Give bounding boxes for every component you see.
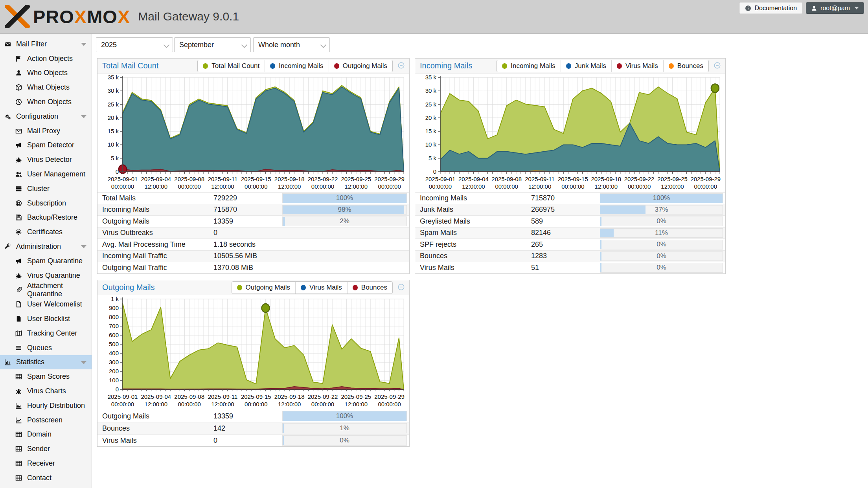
- brand: PROXMOX Mail Gateway 9.0.1: [5, 5, 239, 28]
- sidebar-item-cluster[interactable]: Cluster: [0, 182, 92, 196]
- sidebar-item-label: Who Objects: [27, 69, 68, 77]
- legend-item[interactable]: Bounces: [663, 60, 708, 72]
- sidebar-item-configuration[interactable]: Configuration: [0, 109, 92, 124]
- legend-dot-icon: [301, 285, 306, 290]
- sidebar-item-sender[interactable]: Sender: [0, 442, 92, 456]
- sidebar-item-label: Virus Detector: [27, 156, 72, 164]
- percent-bar: 0%: [600, 263, 723, 273]
- sidebar-item-user-management[interactable]: User Management: [0, 167, 92, 182]
- table-row-label: Incoming Mail Traffic: [97, 252, 213, 260]
- incoming-mails-panel: Incoming Mails Incoming MailsJunk MailsV…: [415, 58, 726, 274]
- legend-item[interactable]: Virus Mails: [295, 282, 347, 294]
- seal-icon: [15, 229, 22, 235]
- svg-text:0: 0: [116, 168, 119, 175]
- table-row: Outgoing Mails13359100%: [97, 410, 409, 422]
- percent-label: 100%: [283, 411, 406, 421]
- legend-dot-icon: [669, 63, 674, 69]
- legend-dot-icon: [237, 285, 242, 290]
- sidebar-item-virus-quarantine[interactable]: Virus Quarantine: [0, 268, 92, 283]
- sidebar-item-when-objects[interactable]: When Objects: [0, 95, 92, 109]
- legend-item[interactable]: Virus Mails: [611, 60, 663, 72]
- table-row-label: Outgoing Mails: [97, 412, 213, 420]
- sidebar-item-administration[interactable]: Administration: [0, 239, 92, 254]
- lifering-icon: [15, 200, 22, 207]
- svg-text:00:00:00: 00:00:00: [628, 183, 651, 190]
- svg-text:00:00:00: 00:00:00: [311, 401, 334, 407]
- table-row: Avg. Mail Processing Time1.18 seconds: [97, 238, 409, 250]
- sidebar-item-label: Tracking Center: [27, 329, 77, 338]
- percent-bar: 98%: [282, 205, 407, 215]
- legend-label: Incoming Mails: [279, 62, 323, 70]
- legend-item[interactable]: Outgoing Mails: [329, 60, 392, 72]
- user-menu-button[interactable]: root@pam: [806, 2, 864, 14]
- sidebar-item-label: When Objects: [27, 98, 72, 106]
- sidebar-item-spam-detector[interactable]: Spam Detector: [0, 138, 92, 153]
- month-select[interactable]: September: [174, 37, 251, 52]
- legend-label: Virus Mails: [625, 62, 658, 70]
- barchart-icon: [4, 359, 11, 365]
- table-row-value: 0: [213, 437, 280, 445]
- collapse-panel-button[interactable]: [395, 282, 406, 293]
- legend-item[interactable]: Outgoing Mails: [232, 282, 295, 294]
- svg-text:00:00:00: 00:00:00: [111, 183, 134, 190]
- svg-text:00:00:00: 00:00:00: [378, 401, 401, 407]
- svg-text:2025-09-22: 2025-09-22: [624, 176, 655, 182]
- legend-item[interactable]: Bounces: [347, 282, 392, 294]
- sidebar-item-mail-proxy[interactable]: Mail Proxy: [0, 124, 92, 138]
- svg-text:2025-09-29: 2025-09-29: [690, 176, 721, 182]
- svg-text:20 k: 20 k: [108, 114, 119, 121]
- table-row-value: 265: [531, 240, 598, 249]
- svg-text:2025-09-11: 2025-09-11: [525, 176, 555, 182]
- svg-text:1 k: 1 k: [111, 295, 119, 302]
- person-icon: [811, 5, 817, 11]
- table-row-label: Virus Mails: [97, 437, 213, 445]
- table-row: Virus Mails00%: [97, 434, 409, 446]
- sidebar-item-subscription[interactable]: Subscription: [0, 196, 92, 211]
- total-mail-count-panel: Total Mail Count Total Mail CountIncomin…: [97, 58, 410, 274]
- collapse-panel-button[interactable]: [395, 61, 406, 72]
- legend-item[interactable]: Incoming Mails: [265, 60, 328, 72]
- svg-text:12:00:00: 12:00:00: [528, 183, 551, 190]
- svg-text:2025-09-22: 2025-09-22: [308, 176, 338, 182]
- floppy-icon: [15, 214, 22, 221]
- sidebar-item-user-welcomelist[interactable]: User Welcomelist: [0, 297, 92, 312]
- collapse-panel-button[interactable]: [712, 61, 723, 72]
- legend-label: Outgoing Mails: [343, 62, 387, 70]
- documentation-button[interactable]: Documentation: [739, 2, 802, 14]
- sidebar-item-receiver[interactable]: Receiver: [0, 456, 92, 471]
- sidebar-item-what-objects[interactable]: What Objects: [0, 80, 92, 95]
- sidebar-item-label: User Management: [27, 170, 85, 178]
- year-select[interactable]: 2025: [96, 37, 173, 52]
- sidebar-item-contact[interactable]: Contact: [0, 471, 92, 485]
- sidebar-item-label: What Objects: [27, 83, 70, 92]
- sidebar-item-statistics[interactable]: Statistics: [0, 355, 92, 370]
- percent-bar: 2%: [282, 216, 407, 226]
- sidebar-item-postscreen[interactable]: Postscreen: [0, 413, 92, 427]
- legend-item[interactable]: Incoming Mails: [497, 60, 560, 72]
- sidebar-item-who-objects[interactable]: Who Objects: [0, 66, 92, 81]
- sidebar-item-queues[interactable]: Queues: [0, 341, 92, 355]
- range-select[interactable]: Whole month: [253, 37, 330, 52]
- megaphone-icon: [15, 142, 22, 149]
- sidebar-item-spam-scores[interactable]: Spam Scores: [0, 369, 92, 384]
- sidebar-item-action-objects[interactable]: Action Objects: [0, 51, 92, 66]
- sidebar-item-hourly-distribution[interactable]: Hourly Distribution: [0, 398, 92, 413]
- legend-item[interactable]: Total Mail Count: [198, 60, 265, 72]
- percent-label: 0%: [600, 263, 723, 272]
- sidebar-item-spam-quarantine[interactable]: Spam Quarantine: [0, 254, 92, 268]
- sidebar-item-virus-detector[interactable]: Virus Detector: [0, 152, 92, 167]
- sidebar-item-label: Configuration: [16, 112, 58, 121]
- sidebar-item-user-blocklist[interactable]: User Blocklist: [0, 312, 92, 326]
- legend-item[interactable]: Junk Mails: [561, 60, 611, 72]
- sidebar-item-attachment-quarantine[interactable]: Attachment Quarantine: [0, 283, 92, 297]
- sidebar-item-certificates[interactable]: Certificates: [0, 225, 92, 239]
- sidebar-item-mail-filter[interactable]: Mail Filter: [0, 37, 92, 51]
- legend-dot-icon: [566, 63, 571, 69]
- sidebar-item-label: Spam Detector: [27, 141, 74, 149]
- sidebar-item-domain[interactable]: Domain: [0, 427, 92, 442]
- sidebar-item-tracking-center[interactable]: Tracking Center: [0, 326, 92, 341]
- table-row-label: Spam Mails: [415, 229, 531, 237]
- sidebar-item-backup-restore[interactable]: Backup/Restore: [0, 211, 92, 225]
- svg-text:300: 300: [109, 359, 119, 365]
- sidebar-item-virus-charts[interactable]: Virus Charts: [0, 384, 92, 398]
